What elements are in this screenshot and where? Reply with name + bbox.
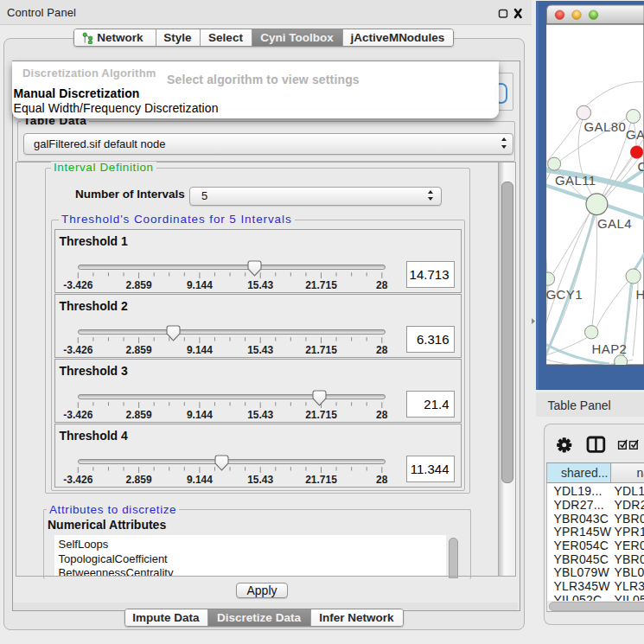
svg-text:GAL4: GAL4 bbox=[597, 216, 632, 231]
svg-text:GAL11: GAL11 bbox=[555, 173, 596, 188]
svg-text:GCY1: GCY1 bbox=[546, 287, 583, 302]
svg-text:HIS: HIS bbox=[636, 287, 644, 302]
svg-text:GAL2: GAL2 bbox=[626, 127, 644, 142]
svg-text:HAP2: HAP2 bbox=[592, 341, 628, 356]
svg-text:CDC: CDC bbox=[638, 159, 644, 174]
svg-text:GAL80: GAL80 bbox=[584, 119, 627, 134]
